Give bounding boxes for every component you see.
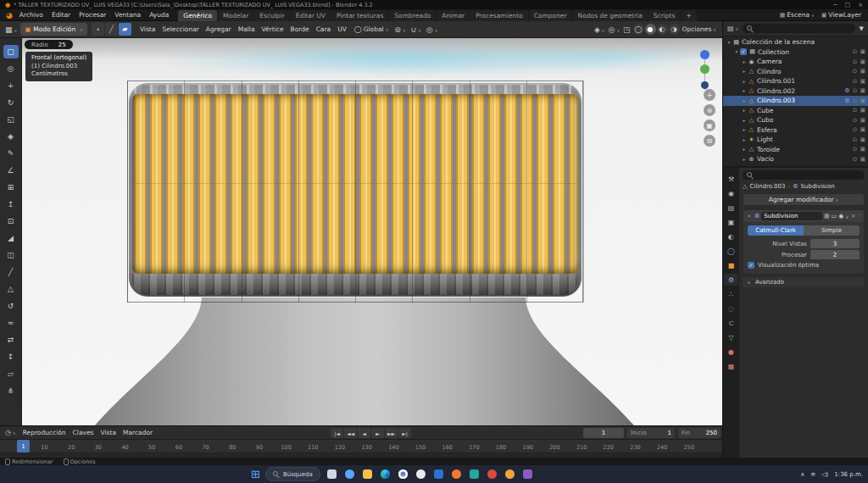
move-tool[interactable]: +: [3, 79, 19, 92]
add-workspace-tab[interactable]: +: [681, 10, 696, 21]
render-visibility-icon[interactable]: ▣: [860, 97, 865, 104]
outliner-row-vacío[interactable]: ▸⊕Vacío⊙▣: [723, 154, 868, 164]
tool-options-dropdown[interactable]: Opciones ∨: [680, 25, 719, 33]
outliner-row-camera[interactable]: ▸◉Camera⊙▣: [723, 57, 868, 67]
app-icon-purple[interactable]: [521, 468, 534, 480]
inset-faces-tool[interactable]: ⊡: [3, 214, 19, 228]
workspace-tab-animar[interactable]: Animar: [437, 10, 470, 21]
modifier-name-field[interactable]: Subdivision: [761, 212, 822, 220]
hide-eye-icon[interactable]: ⊙: [853, 58, 858, 65]
expand-caret-icon[interactable]: ▸: [741, 98, 748, 103]
workspace-tab-nodos-de-geometría[interactable]: Nodos de geometría: [573, 10, 648, 21]
field-nivel-vistas[interactable]: 3: [810, 239, 860, 248]
checkbox-checked-icon[interactable]: ✓: [748, 262, 754, 269]
hide-eye-icon[interactable]: ⊙: [853, 107, 858, 114]
render-visibility-icon[interactable]: ▣: [860, 117, 865, 124]
mode-dropdown[interactable]: ▣ Modo Edición ∨: [20, 23, 87, 36]
filter-funnel-icon[interactable]: ▼: [858, 25, 865, 32]
xray-toggle-icon[interactable]: ◳: [621, 25, 632, 34]
playhead[interactable]: 1: [17, 440, 30, 452]
render-visibility-icon[interactable]: ▣: [860, 58, 865, 65]
collection-checkbox[interactable]: ✓: [740, 48, 747, 55]
snap-magnet-icon[interactable]: ∪∨: [409, 25, 423, 34]
expand-caret-icon[interactable]: ▸: [741, 59, 748, 64]
app-icon-white[interactable]: [415, 468, 427, 480]
outliner-row-cilindro-003[interactable]: ▸△Cilindro.003⚙⊙▣: [723, 96, 868, 106]
workspace-tab-esculpir[interactable]: Esculpir: [254, 10, 290, 21]
hide-eye-icon[interactable]: ⊙: [853, 136, 858, 143]
viewport-menu-seleccionar[interactable]: Seleccionar: [159, 25, 202, 33]
render-visibility-icon[interactable]: ▣: [860, 136, 865, 143]
menu-ayuda[interactable]: Ayuda: [145, 9, 173, 21]
tool-setting-radius[interactable]: Radio 25: [25, 40, 73, 49]
blender-menu-icon[interactable]: ◕: [3, 11, 15, 19]
render-visibility-icon[interactable]: ▣: [860, 146, 865, 153]
outliner-row-cilindro-001[interactable]: ▸△Cilindro.001⊙▣: [723, 76, 868, 86]
close-icon[interactable]: ×: [851, 213, 856, 219]
frame-end-field[interactable]: Fin250: [678, 428, 721, 438]
physics-tab[interactable]: ◌: [724, 303, 738, 314]
drag-handle-icon[interactable]: ∷: [858, 213, 861, 219]
texture-tab[interactable]: ▦: [724, 360, 738, 372]
jump-end-button[interactable]: ►|: [398, 428, 411, 438]
knife-tool[interactable]: ╱: [3, 265, 19, 279]
viewport-menu-malla[interactable]: Malla: [235, 25, 259, 33]
widgets-icon[interactable]: [343, 468, 356, 480]
breadcrumb-object[interactable]: Cilindro.003: [749, 183, 785, 190]
axis-z-ball[interactable]: [700, 50, 709, 59]
pan-button[interactable]: ⊕: [704, 104, 715, 116]
outliner-row-esfera[interactable]: ▸△Esfera⊙▣: [723, 125, 868, 136]
axis-z-negative-ball[interactable]: [701, 81, 709, 89]
render-visibility-icon[interactable]: ▣: [860, 126, 865, 133]
hide-eye-icon[interactable]: ⊙: [853, 126, 858, 133]
orientation-dropdown[interactable]: ◯ Global ∨: [352, 25, 392, 33]
expand-caret-icon[interactable]: ▸: [741, 127, 748, 132]
viewport-menu-uv[interactable]: UV: [334, 25, 350, 33]
app-icon-blue[interactable]: [432, 468, 445, 480]
field-procesar[interactable]: 2: [810, 250, 860, 259]
zoom-button[interactable]: +: [704, 89, 715, 101]
wireframe-shading-button[interactable]: ◯: [633, 24, 644, 35]
menu-ventana[interactable]: Ventana: [110, 9, 145, 21]
transform-tool[interactable]: ◈: [3, 130, 19, 143]
viewport-menu-cara[interactable]: Cara: [313, 25, 335, 33]
render-visibility-icon[interactable]: ▣: [860, 78, 865, 85]
outliner-row-cilindro[interactable]: ▸△Cilindro⊙▣: [723, 67, 868, 77]
hide-eye-icon[interactable]: ⊙: [853, 87, 858, 94]
hide-eye-icon[interactable]: ⊙: [853, 78, 858, 85]
show-overlays-icon[interactable]: ◎∨: [607, 25, 622, 34]
view-layer-tab[interactable]: ▣: [724, 216, 738, 228]
proportional-editing-icon[interactable]: ◎∨: [425, 25, 440, 34]
folder-icon[interactable]: [361, 468, 374, 480]
network-icon[interactable]: ≋: [810, 471, 815, 478]
timeline-editor-icon[interactable]: ◷∨: [3, 429, 18, 436]
expand-caret-icon[interactable]: ▸: [741, 147, 748, 152]
expand-caret-icon[interactable]: ▸: [741, 137, 748, 142]
outliner-row-cilindro-002[interactable]: ▸△Cilindro.002⚙⊙▣: [723, 86, 868, 97]
maximize-button[interactable]: □: [845, 2, 851, 8]
rip-region-tool[interactable]: ⋔: [3, 384, 19, 397]
workspace-tab-modelar[interactable]: Modelar: [218, 10, 253, 21]
jump-start-button[interactable]: |◄: [331, 428, 343, 438]
minimize-button[interactable]: ─: [833, 2, 837, 8]
bevel-tool[interactable]: ◢: [3, 231, 19, 245]
expand-caret-icon[interactable]: ▸: [741, 157, 748, 162]
clock-time[interactable]: 1:36 p.m.: [834, 471, 863, 478]
workspace-tab-procesamiento[interactable]: Procesamiento: [470, 10, 527, 21]
app-icon-teal[interactable]: [468, 468, 481, 480]
world-tab[interactable]: ◯: [724, 245, 738, 257]
subdiv-type-simple[interactable]: Simple: [804, 225, 860, 236]
render-visibility-icon[interactable]: ▣: [860, 107, 865, 114]
measure-tool[interactable]: ∠: [3, 164, 19, 177]
volume-icon[interactable]: ◁): [821, 471, 828, 478]
edge-icon[interactable]: [379, 468, 392, 480]
add-cube-tool[interactable]: ⊞: [3, 180, 19, 194]
play-button[interactable]: ►: [371, 428, 384, 438]
outliner-row-cube[interactable]: ▸△Cube⊙▣: [723, 106, 868, 116]
add-modifier-button[interactable]: Agregar modificador∨: [743, 193, 865, 206]
camera-view-button[interactable]: ▣: [704, 119, 715, 131]
menu-editar[interactable]: Editar: [47, 9, 75, 21]
frame-ruler[interactable]: 1102030405060708090100110120130140150160…: [0, 440, 722, 453]
material-tab[interactable]: ●: [724, 346, 738, 358]
blender-icon[interactable]: [450, 468, 463, 480]
